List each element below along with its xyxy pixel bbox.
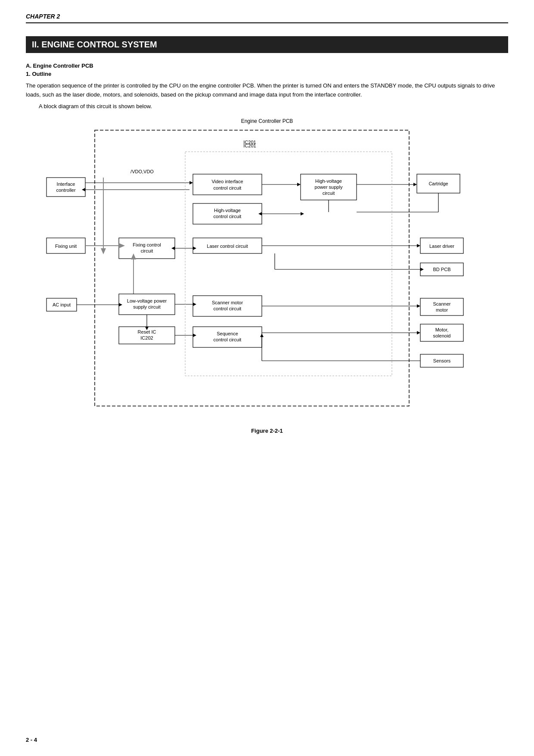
- arrow-scanner-motor: [417, 304, 420, 308]
- chapter-header: CHAPTER 2: [26, 13, 508, 23]
- subsection-a-label: A. Engine Controller PCB: [26, 62, 508, 69]
- arrow-lv-scanner: [193, 303, 196, 306]
- video-ctrl-label1: Video interface: [211, 179, 243, 184]
- svg-rect-1: [47, 178, 85, 197]
- block-diagram-svg: IC201 /VDO,VDO Interface controller Vide…: [39, 126, 495, 419]
- scanner-ctrl-label1: Scanner motor: [212, 300, 243, 305]
- arrow-down-fixing: [101, 248, 106, 254]
- hv-power-label3: circuit: [323, 191, 335, 196]
- diagram-container: Engine Controller PCB IC201 /VDO,VDO Int…: [39, 118, 495, 434]
- arrow-hvctrl-right: [301, 212, 304, 216]
- arrow-reset-seq: [193, 334, 196, 337]
- vdo-label: /VDO,VDO: [130, 169, 154, 174]
- ic201-top-label: IC201: [243, 140, 256, 145]
- arrow-laser-driver: [417, 244, 420, 247]
- cartridge-label: Cartridge: [428, 181, 448, 186]
- page-number: 2 - 4: [26, 737, 37, 743]
- interface-controller-label2: controller: [56, 187, 76, 193]
- body-paragraph1: The operation sequence of the printer is…: [26, 81, 508, 100]
- arrow-bd-pcb: [420, 268, 424, 271]
- subsection-1-label: 1. Outline: [26, 71, 508, 77]
- scanner-motor-label2: motor: [436, 307, 448, 312]
- svg-rect-4: [193, 174, 262, 195]
- sensors-label: Sensors: [433, 358, 451, 363]
- hv-power-label2: power supply: [315, 184, 343, 190]
- hv-power-label1: High-voltage: [315, 178, 342, 184]
- arrow-hvctrl-left: [258, 212, 262, 216]
- arrow-hv-cartridge: [413, 183, 417, 186]
- hv-ctrl-label2: control circuit: [214, 214, 242, 219]
- arrow-ac-lv: [119, 303, 122, 306]
- arrow-video-interface: [82, 188, 85, 191]
- bd-pcb-label: BD PCB: [433, 267, 451, 272]
- arrow-vid-hv: [297, 183, 301, 186]
- hv-ctrl-label1: High-voltage: [214, 208, 241, 213]
- laser-ctrl-label: Laser control circuit: [207, 244, 248, 249]
- arrow-seq-motor: [417, 331, 420, 334]
- reset-ic-label2: IC202: [140, 335, 153, 341]
- seq-ctrl-label1: Sequence: [217, 331, 238, 336]
- arrow-interface-video: [189, 181, 193, 184]
- fixing-ctrl-label1: Fixing control: [133, 242, 161, 247]
- arrow-fixing-left: [171, 247, 175, 250]
- motor-solenoid-label2: solenoid: [433, 333, 451, 338]
- body-paragraph2: A block diagram of this circuit is shown…: [39, 103, 508, 109]
- section-title: II. ENGINE CONTROL SYSTEM: [26, 36, 508, 53]
- svg-rect-36: [420, 324, 463, 341]
- motor-solenoid-label1: Motor,: [435, 327, 449, 332]
- arrow-fixing-unit: [119, 243, 125, 248]
- ac-input-label: AC input: [53, 302, 71, 307]
- arrow-lv-up: [131, 253, 136, 259]
- figure-caption: Figure 2-2-1: [39, 428, 495, 434]
- fixing-ctrl-label2: circuit: [141, 248, 153, 253]
- laser-driver-label: Laser driver: [429, 244, 454, 249]
- fixing-unit-label: Fixing unit: [55, 244, 77, 249]
- diagram-svg-wrap: IC201 /VDO,VDO Interface controller Vide…: [39, 126, 495, 419]
- interface-controller-label1: Interface: [57, 181, 75, 187]
- scanner-ctrl-label2: control circuit: [214, 306, 242, 311]
- arrow-fixing-right: [193, 247, 196, 250]
- arrow-sensors-back: [260, 334, 264, 337]
- video-ctrl-label2: control circuit: [214, 185, 242, 191]
- seq-ctrl-label2: control circuit: [214, 337, 242, 342]
- diagram-top-label: Engine Controller PCB: [39, 118, 495, 124]
- lv-supply-label1: Low-voltage power: [127, 298, 167, 303]
- scanner-motor-label1: Scanner: [433, 301, 451, 306]
- lv-supply-label2: supply circuit: [133, 304, 161, 309]
- svg-rect-29: [420, 298, 463, 316]
